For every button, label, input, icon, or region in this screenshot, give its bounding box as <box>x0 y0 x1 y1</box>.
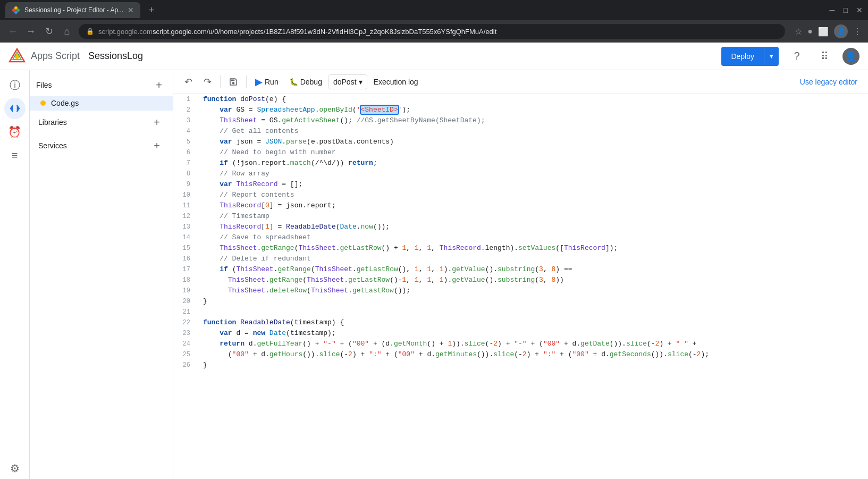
apps-grid-icon: ⠿ <box>821 50 829 63</box>
deploy-button[interactable]: Deploy <box>721 47 764 66</box>
table-row: 9 var ThisRecord = []; <box>173 179 868 190</box>
line-number: 1 <box>173 94 199 105</box>
rail-executions-icon[interactable]: ≡ <box>4 145 26 166</box>
add-service-button[interactable]: + <box>149 138 164 153</box>
rail-info-icon[interactable]: ⓘ <box>4 74 26 96</box>
close-window-icon[interactable]: ✕ <box>856 6 863 14</box>
table-row: 15 ThisSheet.getRange(ThisSheet.getLastR… <box>173 243 868 254</box>
run-label: Run <box>265 78 279 86</box>
table-row: 8 // Row array <box>173 169 868 179</box>
url-bar[interactable]: 🔒 script.google.comscript.google.com/u/0… <box>79 24 785 39</box>
forward-button[interactable]: → <box>24 26 37 37</box>
line-number: 17 <box>173 264 199 275</box>
libraries-section-header[interactable]: Libraries + <box>30 111 173 134</box>
execution-log-button[interactable]: Execution log <box>369 75 423 88</box>
line-code: var json = JSON.parse(e.postData.content… <box>199 137 868 147</box>
legacy-editor-button[interactable]: Use legacy editor <box>796 75 862 88</box>
apps-grid-button[interactable]: ⠿ <box>815 47 834 66</box>
browser-tab[interactable]: SessionsLog - Project Editor - Ap... ✕ <box>5 2 140 18</box>
line-number: 25 <box>173 349 199 360</box>
undo-button[interactable]: ↶ <box>180 73 197 90</box>
table-row: 16 // Delete if redundant <box>173 254 868 264</box>
back-button[interactable]: ← <box>6 26 19 37</box>
apps-script-header: Apps Script SessionsLog Deploy ▾ ? ⠿ 👤 <box>0 43 868 70</box>
line-number: 6 <box>173 147 199 158</box>
minimize-icon[interactable]: ─ <box>830 6 835 14</box>
line-code: if (!json.report.match(/^\d/)) return; <box>199 158 868 169</box>
line-code: var d = new Date(timestamp); <box>199 328 868 339</box>
more-options-icon[interactable]: ⋮ <box>853 27 862 37</box>
rail-settings-icon[interactable]: ⚙ <box>4 458 26 479</box>
line-number: 10 <box>173 190 199 200</box>
line-number: 5 <box>173 137 199 147</box>
line-code: ThisSheet.getRange(ThisSheet.getLastRow(… <box>199 243 868 254</box>
line-code: } <box>199 296 868 307</box>
rail-triggers-icon[interactable]: ⏰ <box>4 121 26 142</box>
user-profile-avatar[interactable]: 👤 <box>842 48 859 65</box>
line-number: 24 <box>173 339 199 349</box>
table-row: 17 if (ThisSheet.getRange(ThisSheet.getL… <box>173 264 868 275</box>
line-code: } <box>199 360 868 371</box>
toolbar-divider-1 <box>220 75 221 88</box>
line-code: var ThisRecord = []; <box>199 179 868 190</box>
add-file-button[interactable]: + <box>151 78 166 93</box>
user-avatar[interactable]: 👤 <box>834 24 848 38</box>
code-editor[interactable]: 1 function doPost(e) { 2 var GS = Spread… <box>173 94 868 479</box>
table-row: 21 <box>173 307 868 317</box>
icon-rail: ⓘ ⏰ ≡ ⚙ <box>0 70 30 479</box>
tab-close-icon[interactable]: ✕ <box>128 6 134 14</box>
tab-title: SessionsLog - Project Editor - Ap... <box>24 6 123 14</box>
table-row: 2 var GS = SpreadsheetApp.openById('<She… <box>173 105 868 115</box>
bookmark-icon[interactable]: ☆ <box>795 27 802 37</box>
line-code: if (ThisSheet.getRange(ThisSheet.getLast… <box>199 264 868 275</box>
line-code: // Need to begin with number <box>199 147 868 158</box>
code-gs-file[interactable]: Code.gs <box>30 96 173 111</box>
run-button[interactable]: ▶ Run <box>251 74 283 90</box>
line-code: return d.getFullYear() + "-" + ("00" + (… <box>199 339 868 349</box>
home-button[interactable]: ⌂ <box>61 26 73 37</box>
line-number: 19 <box>173 285 199 296</box>
table-row: 22 function ReadableDate(timestamp) { <box>173 317 868 328</box>
profile-icon[interactable]: ● <box>807 27 813 36</box>
line-number: 16 <box>173 254 199 264</box>
redo-button[interactable]: ↷ <box>199 73 216 90</box>
help-button[interactable]: ? <box>787 47 806 66</box>
function-selector[interactable]: doPost ▾ <box>328 74 367 89</box>
line-code: ThisRecord[1] = ReadableDate(Date.now())… <box>199 222 868 232</box>
sidebar-files-toolbar: Files + <box>30 74 173 96</box>
deploy-dropdown-button[interactable]: ▾ <box>764 47 779 66</box>
main-layout: ⓘ ⏰ ≡ ⚙ Files + Code.gs Libraries + <box>0 70 868 479</box>
line-number: 20 <box>173 296 199 307</box>
function-dropdown-icon: ▾ <box>359 78 363 86</box>
line-number: 21 <box>173 307 199 317</box>
table-row: 25 ("00" + d.getHours()).slice(-2) + ":"… <box>173 349 868 360</box>
add-library-button[interactable]: + <box>149 115 164 130</box>
file-name-label: Code.gs <box>51 99 79 107</box>
run-icon: ▶ <box>255 76 263 88</box>
line-number: 14 <box>173 232 199 243</box>
table-row: 24 return d.getFullYear() + "-" + ("00" … <box>173 339 868 349</box>
extensions-icon[interactable]: ⬜ <box>818 27 829 37</box>
save-icon <box>229 77 238 87</box>
line-code: function ReadableDate(timestamp) { <box>199 317 868 328</box>
line-code: ThisRecord[0] = json.report; <box>199 200 868 211</box>
svg-point-5 <box>14 54 20 59</box>
line-code: // Get all contents <box>199 126 868 137</box>
table-row: 1 function doPost(e) { <box>173 94 868 105</box>
save-button[interactable] <box>225 73 242 90</box>
table-row: 20 } <box>173 296 868 307</box>
line-number: 15 <box>173 243 199 254</box>
rail-editor-icon[interactable] <box>4 98 26 119</box>
services-section-header[interactable]: Services + <box>30 134 173 157</box>
maximize-icon[interactable]: □ <box>844 6 848 14</box>
code-icon <box>9 103 21 114</box>
line-code: function doPost(e) { <box>199 94 868 105</box>
new-tab-button[interactable]: + <box>145 5 159 16</box>
reload-button[interactable]: ↻ <box>43 26 55 37</box>
function-name: doPost <box>333 78 357 86</box>
deploy-button-group: Deploy ▾ <box>721 47 779 66</box>
line-code: // Report contents <box>199 190 868 200</box>
apps-script-label: Apps Script <box>31 51 80 62</box>
debug-button[interactable]: 🐛 Debug <box>285 75 326 88</box>
project-name[interactable]: SessionsLog <box>88 51 143 62</box>
